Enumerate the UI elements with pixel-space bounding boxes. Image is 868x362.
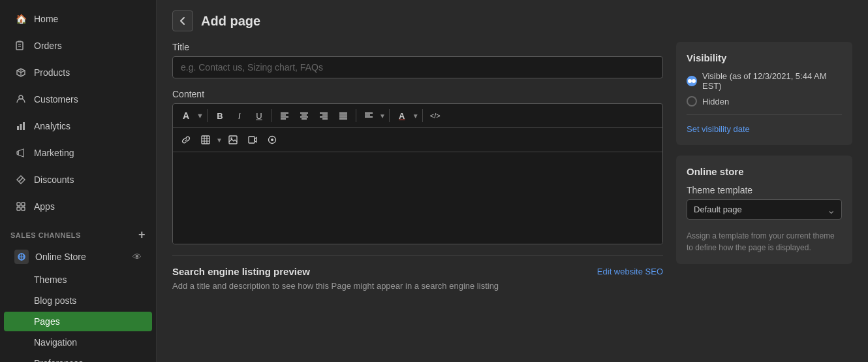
heading-button[interactable]: A [177,107,195,125]
main-content: Add page Title Content A ▼ B [157,0,868,362]
content-label: Content [172,89,663,99]
sidebar-sub-pages[interactable]: Pages [4,312,152,331]
toolbar-divider-4 [389,109,390,122]
right-panel: Visibility Visible (as of 12/3/2021, 5:4… [676,42,852,346]
visible-radio-button[interactable] [687,76,697,86]
toolbar-divider-3 [356,109,356,122]
theme-template-label: Theme template [687,185,842,195]
italic-button[interactable]: I [230,107,249,125]
image-button[interactable] [224,131,242,149]
svg-point-41 [230,137,232,139]
sidebar-sub-themes[interactable]: Themes [4,270,152,289]
sidebar-item-home[interactable]: 🏠 Home [4,6,152,32]
editor-body[interactable] [173,152,662,244]
embed-button[interactable] [263,131,281,149]
bold-button[interactable]: B [211,107,229,125]
svg-rect-42 [249,137,255,143]
svg-rect-13 [22,207,25,210]
align-right-button[interactable] [315,107,333,125]
text-align-dropdown-button[interactable] [360,107,378,125]
title-field-group: Title [172,42,663,78]
home-icon: 🏠 [14,12,27,25]
visible-radio-label: Visible (as of 12/3/2021, 5:44 AM EST) [702,71,842,91]
svg-rect-10 [17,203,20,206]
form-section: Title Content A ▼ B I U [172,42,663,346]
align-dropdown-icon[interactable]: ▼ [379,112,386,120]
video-button[interactable] [243,131,262,149]
svg-point-44 [271,139,273,141]
title-label: Title [172,42,663,52]
toolbar-row-2: ▼ [173,128,662,152]
align-center-button[interactable] [295,107,313,125]
svg-line-9 [20,178,23,182]
hidden-radio-option[interactable]: Hidden [687,96,842,107]
seo-section: Search engine listing preview Edit websi… [172,255,663,291]
underline-button[interactable]: U [250,107,268,125]
sidebar-item-customers[interactable]: Customers [4,86,152,112]
seo-header: Search engine listing preview Edit websi… [172,266,663,277]
toolbar-divider-5 [422,109,423,122]
heading-dropdown-icon[interactable]: ▼ [196,112,204,120]
online-store-desc: Assign a template from your current them… [687,230,842,254]
sidebar-sub-blog-posts[interactable]: Blog posts [4,291,152,310]
sidebar-item-orders[interactable]: Orders [4,33,152,59]
online-store-panel-title: Online store [687,166,842,177]
analytics-icon [14,120,27,133]
table-button[interactable] [196,131,215,149]
marketing-icon [14,146,27,159]
page-title: Add page [201,14,260,29]
visibility-card: Visibility Visible (as of 12/3/2021, 5:4… [676,42,852,145]
svg-rect-12 [17,207,20,210]
sidebar-item-products[interactable]: Products [4,59,152,86]
sidebar-sub-navigation[interactable]: Navigation [4,333,152,352]
seo-title: Search engine listing preview [172,266,310,277]
sidebar-item-analytics[interactable]: Analytics [4,113,152,139]
color-dropdown-icon[interactable]: ▼ [412,112,419,120]
back-button[interactable] [172,10,193,31]
rich-text-editor: A ▼ B I U [172,103,663,244]
online-store-icon [14,250,29,264]
seo-description: Add a title and description to see how t… [172,281,663,291]
visibility-divider [687,114,842,115]
svg-rect-0 [16,42,23,50]
hidden-radio-label: Hidden [702,97,729,107]
sidebar-item-online-store[interactable]: Online Store 👁 [4,245,152,269]
content-field-group: Content A ▼ B I U [172,89,663,244]
sidebar-item-discounts[interactable]: Discounts [4,167,152,193]
theme-template-select[interactable]: Default page [687,199,842,220]
products-icon [14,66,27,79]
content-area: Title Content A ▼ B I U [157,42,868,362]
title-input[interactable] [172,56,663,78]
svg-rect-40 [229,136,237,144]
svg-rect-4 [17,126,19,130]
customers-icon [14,93,27,106]
eye-icon[interactable]: 👁 [132,252,142,262]
code-button[interactable]: </> [426,107,444,125]
link-button[interactable] [177,131,195,149]
add-sales-channel-icon[interactable]: + [138,228,146,242]
theme-template-group: Theme template Default page [687,185,842,220]
svg-rect-5 [20,124,22,130]
hidden-radio-button[interactable] [687,96,697,107]
font-color-button[interactable]: A [393,107,411,125]
edit-seo-link[interactable]: Edit website SEO [597,267,663,276]
online-store-card: Online store Theme template Default page… [676,156,852,264]
sidebar-item-marketing[interactable]: Marketing [4,140,152,166]
table-dropdown-icon[interactable]: ▼ [216,137,223,144]
toolbar-divider-1 [207,109,208,122]
set-visibility-link[interactable]: Set visibility date [687,124,750,134]
sidebar-sub-preferences[interactable]: Preferences [4,354,152,362]
toolbar-row-1: A ▼ B I U [173,104,662,128]
toolbar-divider-2 [271,109,272,122]
svg-rect-11 [22,203,25,206]
sidebar-item-apps[interactable]: Apps [4,193,152,220]
sales-channels-section: SALES CHANNELS + [0,220,156,244]
apps-icon [14,200,27,213]
align-left-button[interactable] [275,107,294,125]
align-justify-button[interactable] [334,107,352,125]
theme-select-wrapper: Default page [687,199,842,220]
svg-rect-6 [23,122,25,130]
page-header: Add page [157,0,868,42]
visible-radio-option[interactable]: Visible (as of 12/3/2021, 5:44 AM EST) [687,71,842,91]
sidebar: 🏠 Home Orders Products Customers Anal [0,0,157,362]
